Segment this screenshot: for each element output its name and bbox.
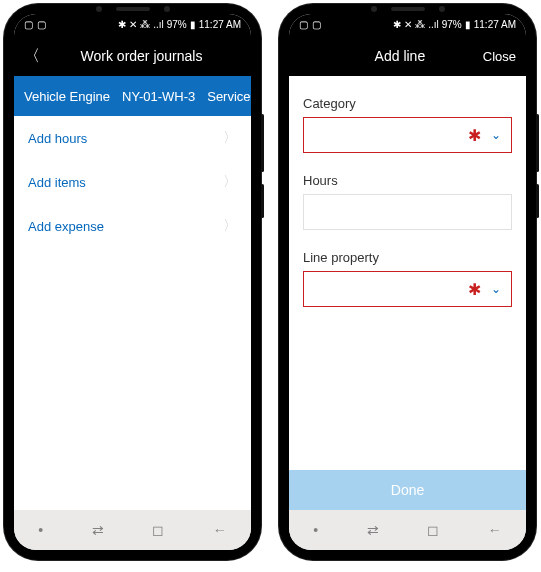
phone-right: ▢ ▢ ✱ ✕ ⁂ ..ıl 97% ▮ 11:27 AM Add line C… <box>279 4 536 560</box>
app-header: Add line Close <box>289 36 526 76</box>
hours-input[interactable] <box>303 194 512 230</box>
phone-left: ▢ ▢ ✱ ✕ ⁂ ..ıl 97% ▮ 11:27 AM 〈 Work ord… <box>4 4 261 560</box>
status-icon: ▢ <box>37 20 46 30</box>
nav-home-icon[interactable]: ◻ <box>427 522 439 538</box>
status-icon: ▢ <box>312 20 321 30</box>
nav-home-icon[interactable]: ◻ <box>152 522 164 538</box>
ribbon-type: Service <box>207 89 250 104</box>
page-title: Work order journals <box>42 48 241 64</box>
hours-label: Hours <box>303 173 512 188</box>
nav-assistant-icon[interactable]: • <box>313 522 318 538</box>
add-expense-item[interactable]: Add expense 〉 <box>14 204 251 248</box>
category-label: Category <box>303 96 512 111</box>
list-item-label: Add items <box>28 175 86 190</box>
add-hours-item[interactable]: Add hours 〉 <box>14 116 251 160</box>
chevron-right-icon: 〉 <box>223 173 237 191</box>
signal-icon: ..ıl <box>428 20 439 30</box>
status-icon: ▢ <box>299 20 308 30</box>
mute-icon: ✕ <box>404 20 412 30</box>
line-property-dropdown[interactable]: ✱ ⌄ <box>303 271 512 307</box>
nav-recent-icon[interactable]: ⇄ <box>367 522 379 538</box>
back-icon[interactable]: 〈 <box>24 46 42 67</box>
add-line-form: Category ✱ ⌄ Hours Line property ✱ ⌄ <box>289 76 526 470</box>
mute-icon: ✕ <box>129 20 137 30</box>
battery-text: 97% <box>442 20 462 30</box>
chevron-down-icon: ⌄ <box>491 282 501 296</box>
battery-icon: ▮ <box>465 20 471 30</box>
signal-icon: ..ıl <box>153 20 164 30</box>
nav-recent-icon[interactable]: ⇄ <box>92 522 104 538</box>
android-nav: • ⇄ ◻ ← <box>289 510 526 550</box>
line-property-label: Line property <box>303 250 512 265</box>
battery-icon: ▮ <box>190 20 196 30</box>
nav-assistant-icon[interactable]: • <box>38 522 43 538</box>
category-dropdown[interactable]: ✱ ⌄ <box>303 117 512 153</box>
status-bar: ▢ ▢ ✱ ✕ ⁂ ..ıl 97% ▮ 11:27 AM <box>289 14 526 36</box>
close-button[interactable]: Close <box>483 49 516 64</box>
status-bar: ▢ ▢ ✱ ✕ ⁂ ..ıl 97% ▮ 11:27 AM <box>14 14 251 36</box>
nav-back-icon[interactable]: ← <box>488 522 502 538</box>
chevron-down-icon: ⌄ <box>491 128 501 142</box>
journal-list: Add hours 〉 Add items 〉 Add expense 〉 <box>14 116 251 510</box>
list-item-label: Add hours <box>28 131 87 146</box>
status-icon: ▢ <box>24 20 33 30</box>
clock: 11:27 AM <box>474 20 516 30</box>
done-label: Done <box>391 482 424 498</box>
add-items-item[interactable]: Add items 〉 <box>14 160 251 204</box>
wifi-icon: ⁂ <box>415 20 425 30</box>
bluetooth-icon: ✱ <box>393 20 401 30</box>
page-title: Add line <box>317 48 483 64</box>
nav-back-icon[interactable]: ← <box>213 522 227 538</box>
chevron-right-icon: 〉 <box>223 129 237 147</box>
battery-text: 97% <box>167 20 187 30</box>
list-item-label: Add expense <box>28 219 104 234</box>
clock: 11:27 AM <box>199 20 241 30</box>
bluetooth-icon: ✱ <box>118 20 126 30</box>
ribbon-workorder: NY-01-WH-3 <box>122 89 195 104</box>
done-button[interactable]: Done <box>289 470 526 510</box>
required-icon: ✱ <box>468 126 481 145</box>
wifi-icon: ⁂ <box>140 20 150 30</box>
ribbon-asset: Vehicle Engine <box>24 89 110 104</box>
chevron-right-icon: 〉 <box>223 217 237 235</box>
android-nav: • ⇄ ◻ ← <box>14 510 251 550</box>
required-icon: ✱ <box>468 280 481 299</box>
context-ribbon: Vehicle Engine NY-01-WH-3 Service <box>14 76 251 116</box>
app-header: 〈 Work order journals <box>14 36 251 76</box>
